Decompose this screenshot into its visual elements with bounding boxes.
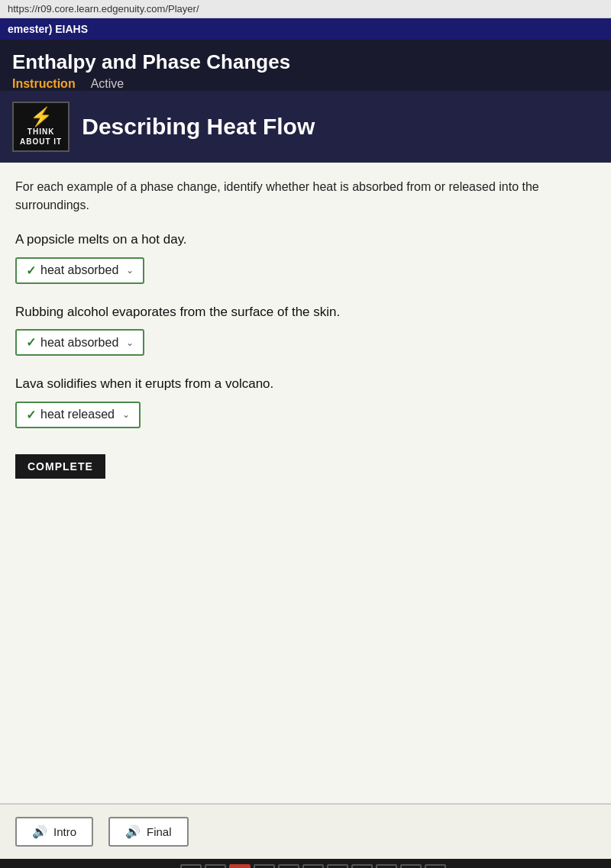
taskbar-item-10[interactable] <box>400 864 422 868</box>
question-text-1: A popsicle melts on a hot day. <box>15 230 596 250</box>
check-icon-q1: ✓ <box>26 263 36 278</box>
question-block-2: Rubbing alcohol evaporates from the surf… <box>15 302 596 361</box>
instruction-text: For each example of a phase change, iden… <box>15 178 596 215</box>
chevron-down-icon-q3: ⌄ <box>122 409 130 420</box>
instruction-label: Instruction <box>12 77 76 91</box>
taskbar-item-9[interactable] <box>376 864 397 868</box>
taskbar-item-5[interactable] <box>278 864 299 868</box>
intro-label: Intro <box>53 825 76 838</box>
check-icon-q3: ✓ <box>26 408 36 422</box>
taskbar-item-11[interactable] <box>425 864 446 868</box>
taskbar-item-2[interactable] <box>205 864 226 868</box>
question-text-3: Lava solidifies when it erupts from a vo… <box>15 374 596 394</box>
lightning-icon: ⚡ <box>30 108 53 126</box>
chevron-down-icon-q2: ⌄ <box>126 337 134 348</box>
subtitle-bar: Instruction Active <box>12 77 599 91</box>
taskbar-back-arrow[interactable]: ◀ <box>165 866 174 869</box>
dropdown-q2[interactable]: ✓ heat absorbed ⌄ <box>15 329 144 356</box>
intro-button[interactable]: 🔊 Intro <box>15 817 93 847</box>
complete-button[interactable]: COMPLETE <box>15 454 105 479</box>
taskbar-item-1[interactable] <box>180 864 202 868</box>
think-text-line1: THINK <box>27 127 55 136</box>
speaker-icon-final: 🔊 <box>125 824 141 839</box>
page-title: Enthalpy and Phase Changes <box>12 50 599 74</box>
url-bar: https://r09.core.learn.edgenuity.com/Pla… <box>0 0 611 18</box>
active-label: Active <box>91 77 124 91</box>
dropdown-value-q3: heat released <box>40 408 115 421</box>
dropdown-q1[interactable]: ✓ heat absorbed ⌄ <box>15 257 144 284</box>
chevron-down-icon-q1: ⌄ <box>126 265 134 276</box>
taskbar-item-8[interactable] <box>351 864 373 868</box>
tab-bar: emester) EIAHS <box>0 18 611 40</box>
dropdown-value-q1: heat absorbed <box>40 263 118 277</box>
dropdown-value-q2: heat absorbed <box>40 336 118 350</box>
taskbar-item-4[interactable] <box>254 864 275 868</box>
content-area: For each example of a phase change, iden… <box>0 163 611 652</box>
taskbar-item-3[interactable] <box>229 864 251 868</box>
think-logo: ⚡ THINK ABOUT IT <box>12 102 70 152</box>
dropdown-q3[interactable]: ✓ heat released ⌄ <box>15 402 141 428</box>
speaker-icon-intro: 🔊 <box>32 824 47 839</box>
question-text-2: Rubbing alcohol evaporates from the surf… <box>15 302 596 322</box>
url-text: https://r09.core.learn.edgenuity.com/Pla… <box>8 3 199 15</box>
page-header: Enthalpy and Phase Changes Instruction A… <box>0 40 611 91</box>
question-block-1: A popsicle melts on a hot day. ✓ heat ab… <box>15 230 596 289</box>
think-title: Describing Heat Flow <box>82 114 315 140</box>
final-label: Final <box>147 825 172 838</box>
tab-label: emester) EIAHS <box>8 23 88 35</box>
check-icon-q2: ✓ <box>26 335 36 350</box>
bottom-nav: 🔊 Intro 🔊 Final <box>0 803 611 859</box>
think-banner: ⚡ THINK ABOUT IT Describing Heat Flow <box>0 91 611 163</box>
final-button[interactable]: 🔊 Final <box>108 817 189 847</box>
question-block-3: Lava solidifies when it erupts from a vo… <box>15 374 596 433</box>
taskbar: ◀ <box>0 859 611 868</box>
taskbar-item-6[interactable] <box>302 864 324 868</box>
taskbar-item-7[interactable] <box>327 864 348 868</box>
think-text-line2: ABOUT IT <box>20 137 62 146</box>
